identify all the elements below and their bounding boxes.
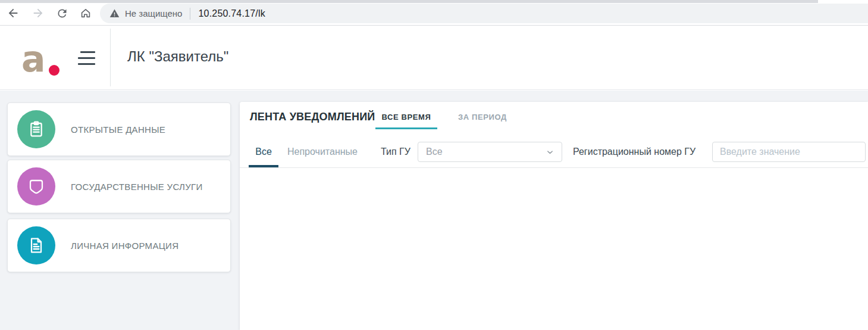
type-filter-select[interactable]: Все bbox=[418, 142, 562, 162]
sidebar-item-label: ЛИЧНАЯ ИНФОРМАЦИЯ bbox=[71, 241, 178, 251]
browser-top-edge bbox=[0, 0, 818, 3]
filter-row-divider bbox=[240, 167, 868, 168]
tab-all-time[interactable]: ВСЕ ВРЕМЯ bbox=[375, 111, 437, 129]
browser-forward-button[interactable] bbox=[28, 3, 48, 23]
app-logo-icon: a bbox=[21, 42, 63, 79]
browser-reload-button[interactable] bbox=[52, 3, 72, 23]
forward-arrow-icon bbox=[32, 7, 45, 20]
page-title: ЛК "Заявитель" bbox=[127, 46, 228, 67]
page-body: ОТКРЫТЫЕ ДАННЫЕ ГОСУДАРСТВЕННЫЕ УСЛУГИ Л… bbox=[0, 91, 868, 330]
browser-back-button[interactable] bbox=[3, 3, 23, 23]
panel-title: ЛЕНТА УВЕДОМЛЕНИЙ bbox=[250, 111, 375, 123]
reg-number-label: Регистрационный номер ГУ bbox=[573, 142, 695, 162]
reg-number-input[interactable] bbox=[712, 142, 866, 162]
filter-tab-unread[interactable]: Непрочитанные bbox=[287, 142, 358, 167]
hamburger-bar bbox=[78, 57, 95, 59]
menu-hamburger-button[interactable] bbox=[78, 51, 96, 65]
reload-icon bbox=[56, 7, 68, 20]
chevron-down-icon bbox=[546, 148, 554, 157]
browser-home-button[interactable] bbox=[76, 3, 96, 23]
address-bar-divider bbox=[190, 8, 190, 20]
type-filter-value: Все bbox=[426, 147, 546, 157]
sidebar-item-government-services[interactable]: ГОСУДАРСТВЕННЫЕ УСЛУГИ bbox=[7, 160, 231, 213]
logo-red-dot bbox=[49, 65, 59, 76]
header-divider bbox=[110, 29, 111, 86]
type-filter-label: Тип ГУ bbox=[381, 142, 411, 162]
browser-toolbar: Не защищено 10.250.74.17/lk bbox=[0, 0, 868, 26]
sidebar-item-open-data[interactable]: ОТКРЫТЫЕ ДАННЫЕ bbox=[7, 102, 231, 156]
document-icon bbox=[17, 226, 55, 264]
app-header: a ЛК "Заявитель" bbox=[0, 26, 868, 90]
tab-for-period[interactable]: ЗА ПЕРИОД bbox=[458, 111, 507, 129]
hamburger-bar bbox=[80, 51, 95, 53]
url-text[interactable]: 10.250.74.17/lk bbox=[198, 8, 265, 19]
svg-text:a: a bbox=[21, 42, 46, 79]
sidebar-item-personal-information[interactable]: ЛИЧНАЯ ИНФОРМАЦИЯ bbox=[7, 219, 231, 272]
notifications-panel: ЛЕНТА УВЕДОМЛЕНИЙ ВСЕ ВРЕМЯ ЗА ПЕРИОД Вс… bbox=[240, 102, 868, 330]
hamburger-bar bbox=[78, 63, 95, 65]
filter-tab-all[interactable]: Все bbox=[249, 142, 278, 167]
insecure-warning-icon bbox=[109, 8, 120, 18]
sidebar-item-label: ГОСУДАРСТВЕННЫЕ УСЛУГИ bbox=[71, 182, 203, 192]
security-label[interactable]: Не защищено bbox=[125, 8, 182, 18]
home-icon bbox=[79, 7, 92, 20]
clipboard-icon bbox=[17, 110, 55, 148]
shield-icon bbox=[17, 167, 55, 206]
browser-address-bar[interactable]: Не защищено 10.250.74.17/lk bbox=[100, 4, 868, 23]
back-arrow-icon bbox=[7, 7, 20, 20]
sidebar-item-label: ОТКРЫТЫЕ ДАННЫЕ bbox=[71, 124, 165, 135]
